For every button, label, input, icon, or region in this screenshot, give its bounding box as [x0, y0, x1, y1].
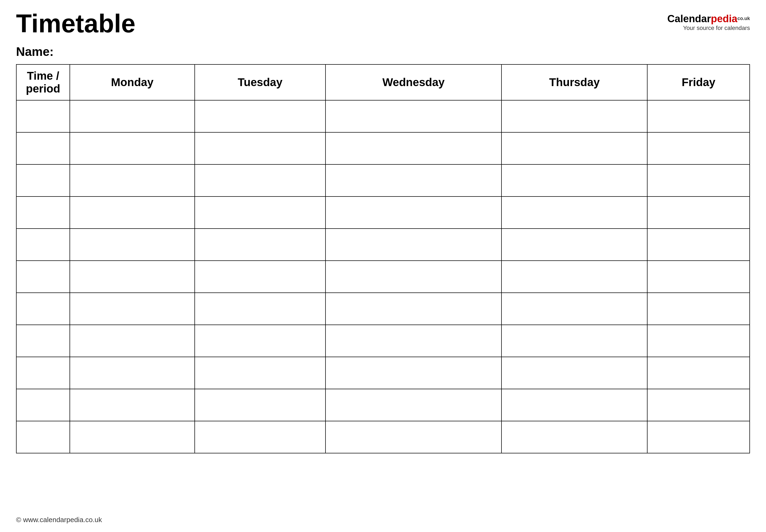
- day-cell[interactable]: [325, 421, 502, 453]
- day-cell[interactable]: [647, 293, 750, 325]
- day-cell[interactable]: [647, 357, 750, 389]
- day-cell[interactable]: [195, 325, 325, 357]
- time-cell[interactable]: [16, 357, 70, 389]
- day-cell[interactable]: [195, 389, 325, 421]
- logo-couk: co.uk: [737, 17, 750, 24]
- time-cell[interactable]: [16, 100, 70, 132]
- day-cell[interactable]: [195, 196, 325, 229]
- day-cell[interactable]: [195, 229, 325, 261]
- day-cell[interactable]: [70, 229, 195, 261]
- table-row: [16, 421, 750, 453]
- table-row: [16, 164, 750, 196]
- day-cell[interactable]: [195, 100, 325, 132]
- day-cell[interactable]: [502, 293, 647, 325]
- table-row: [16, 389, 750, 421]
- day-cell[interactable]: [195, 164, 325, 196]
- day-cell[interactable]: [70, 261, 195, 293]
- time-cell[interactable]: [16, 261, 70, 293]
- col-header-thursday: Thursday: [502, 64, 647, 100]
- day-cell[interactable]: [502, 164, 647, 196]
- time-cell[interactable]: [16, 325, 70, 357]
- day-cell[interactable]: [502, 261, 647, 293]
- day-cell[interactable]: [647, 164, 750, 196]
- day-cell[interactable]: [647, 229, 750, 261]
- day-cell[interactable]: [325, 357, 502, 389]
- day-cell[interactable]: [502, 357, 647, 389]
- day-cell[interactable]: [325, 389, 502, 421]
- table-row: [16, 325, 750, 357]
- day-cell[interactable]: [195, 261, 325, 293]
- time-cell[interactable]: [16, 229, 70, 261]
- time-cell[interactable]: [16, 293, 70, 325]
- day-cell[interactable]: [502, 421, 647, 453]
- day-cell[interactable]: [325, 261, 502, 293]
- day-cell[interactable]: [647, 421, 750, 453]
- day-cell[interactable]: [647, 389, 750, 421]
- day-cell[interactable]: [502, 325, 647, 357]
- day-cell[interactable]: [195, 357, 325, 389]
- day-cell[interactable]: [195, 293, 325, 325]
- day-cell[interactable]: [70, 196, 195, 229]
- col-header-tuesday: Tuesday: [195, 64, 325, 100]
- day-cell[interactable]: [325, 196, 502, 229]
- table-row: [16, 357, 750, 389]
- day-cell[interactable]: [70, 325, 195, 357]
- day-cell[interactable]: [325, 229, 502, 261]
- day-cell[interactable]: [325, 132, 502, 164]
- day-cell[interactable]: [647, 132, 750, 164]
- footer: © www.calendarpedia.co.uk: [16, 516, 102, 524]
- day-cell[interactable]: [647, 196, 750, 229]
- logo-text: Calendarpediaco.uk: [667, 13, 750, 25]
- page-header: Timetable Calendarpediaco.uk Your source…: [16, 11, 750, 36]
- col-header-wednesday: Wednesday: [325, 64, 502, 100]
- table-row: [16, 100, 750, 132]
- table-row: [16, 132, 750, 164]
- time-cell[interactable]: [16, 196, 70, 229]
- day-cell[interactable]: [70, 293, 195, 325]
- day-cell[interactable]: [647, 325, 750, 357]
- day-cell[interactable]: [502, 229, 647, 261]
- time-cell[interactable]: [16, 132, 70, 164]
- name-row: Name:: [16, 44, 750, 59]
- day-cell[interactable]: [325, 325, 502, 357]
- day-cell[interactable]: [70, 389, 195, 421]
- day-cell[interactable]: [195, 132, 325, 164]
- day-cell[interactable]: [502, 132, 647, 164]
- day-cell[interactable]: [195, 421, 325, 453]
- col-header-monday: Monday: [70, 64, 195, 100]
- table-row: [16, 196, 750, 229]
- day-cell[interactable]: [502, 389, 647, 421]
- logo-calendar: Calendar: [667, 13, 711, 24]
- footer-url: © www.calendarpedia.co.uk: [16, 516, 102, 524]
- day-cell[interactable]: [502, 100, 647, 132]
- time-cell[interactable]: [16, 421, 70, 453]
- logo: Calendarpediaco.uk Your source for calen…: [667, 11, 750, 32]
- name-label: Name:: [16, 45, 54, 59]
- time-cell[interactable]: [16, 164, 70, 196]
- day-cell[interactable]: [70, 100, 195, 132]
- table-row: [16, 293, 750, 325]
- table-header-row: Time / period Monday Tuesday Wednesday T…: [16, 64, 750, 100]
- day-cell[interactable]: [325, 293, 502, 325]
- page-title: Timetable: [16, 11, 135, 36]
- col-header-friday: Friday: [647, 64, 750, 100]
- day-cell[interactable]: [70, 357, 195, 389]
- day-cell[interactable]: [325, 164, 502, 196]
- day-cell[interactable]: [70, 132, 195, 164]
- day-cell[interactable]: [647, 100, 750, 132]
- logo-pedia: pedia: [711, 13, 737, 24]
- table-row: [16, 261, 750, 293]
- day-cell[interactable]: [70, 164, 195, 196]
- timetable: Time / period Monday Tuesday Wednesday T…: [16, 64, 750, 453]
- day-cell[interactable]: [502, 196, 647, 229]
- time-cell[interactable]: [16, 389, 70, 421]
- logo-tagline: Your source for calendars: [683, 25, 750, 32]
- col-header-time: Time / period: [16, 64, 70, 100]
- day-cell[interactable]: [70, 421, 195, 453]
- day-cell[interactable]: [647, 261, 750, 293]
- day-cell[interactable]: [325, 100, 502, 132]
- table-row: [16, 229, 750, 261]
